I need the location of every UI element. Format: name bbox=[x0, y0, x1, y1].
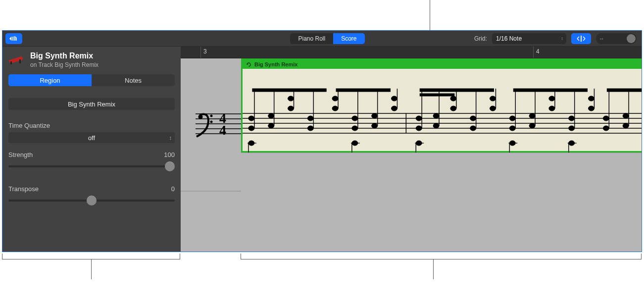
svg-point-20 bbox=[248, 116, 254, 121]
strength-label: Strength bbox=[8, 151, 33, 158]
svg-point-29 bbox=[288, 96, 294, 101]
svg-point-60 bbox=[433, 113, 439, 118]
svg-point-44 bbox=[372, 123, 378, 128]
region-track[interactable]: Big Synth Remix bbox=[241, 58, 642, 252]
time-quantize-value: off bbox=[88, 134, 95, 142]
callout-bracket-score bbox=[241, 254, 642, 273]
tab-score[interactable]: Score bbox=[333, 33, 364, 44]
svg-point-45 bbox=[372, 113, 378, 118]
midi-region[interactable]: Big Synth Remix bbox=[241, 58, 642, 153]
catch-playhead-button[interactable] bbox=[571, 33, 591, 44]
track-subtitle: on Track Big Synth Remix bbox=[30, 61, 99, 68]
bass-clef-icon bbox=[197, 114, 213, 137]
svg-point-9 bbox=[198, 115, 203, 119]
svg-point-94 bbox=[603, 126, 609, 131]
svg-point-84 bbox=[569, 126, 575, 131]
transpose-value: 0 bbox=[171, 185, 175, 193]
empty-track-area bbox=[241, 153, 642, 252]
tab-region[interactable]: Region bbox=[8, 74, 92, 86]
svg-point-79 bbox=[529, 113, 535, 118]
svg-rect-71 bbox=[513, 89, 587, 92]
svg-point-38 bbox=[352, 126, 358, 131]
track-title: Big Synth Remix bbox=[30, 51, 99, 60]
svg-point-65 bbox=[470, 126, 476, 131]
region-header: Big Synth Remix bbox=[243, 60, 642, 69]
svg-point-62 bbox=[450, 106, 456, 111]
callout-bracket-inspector bbox=[2, 254, 180, 273]
inspector-toggle-button[interactable] bbox=[5, 33, 22, 44]
instrument-icon bbox=[6, 51, 25, 65]
svg-point-54 bbox=[416, 116, 422, 121]
transpose-label: Transpose bbox=[8, 185, 39, 193]
svg-rect-3 bbox=[581, 36, 582, 42]
chevron-updown-icon: ↕ bbox=[169, 135, 172, 141]
ruler-mark: 3 bbox=[203, 48, 207, 55]
inspector-panel: Big Synth Remix on Track Big Synth Remix… bbox=[2, 31, 181, 252]
svg-rect-51 bbox=[420, 89, 494, 92]
tab-piano-roll[interactable]: Piano Roll bbox=[290, 33, 333, 44]
grid-value: 1/16 Note bbox=[496, 35, 522, 42]
view-mode-tabs: Piano Roll Score bbox=[290, 33, 364, 44]
svg-point-53 bbox=[416, 126, 422, 131]
svg-point-66 bbox=[470, 116, 476, 121]
music-staff bbox=[243, 69, 642, 153]
strength-value: 100 bbox=[164, 151, 175, 158]
strength-block: Strength 100 bbox=[8, 151, 175, 171]
svg-rect-2 bbox=[19, 59, 21, 63]
svg-point-47 bbox=[392, 106, 397, 111]
grid-select[interactable]: 1/16 Note ↕ bbox=[492, 33, 566, 44]
strength-slider[interactable] bbox=[8, 161, 175, 171]
chevron-updown-icon: ↕ bbox=[561, 36, 563, 41]
link-arrows-icon: ↔ bbox=[599, 36, 604, 42]
svg-rect-93 bbox=[607, 89, 642, 92]
svg-point-81 bbox=[549, 106, 555, 111]
svg-rect-0 bbox=[12, 37, 13, 41]
time-quantize-block: Time Quantize off ↕ bbox=[8, 122, 175, 143]
svg-point-11 bbox=[210, 121, 213, 123]
ruler-mark: 4 bbox=[536, 48, 540, 55]
svg-point-39 bbox=[352, 116, 358, 121]
tab-notes[interactable]: Notes bbox=[92, 74, 175, 86]
callout-line-top bbox=[430, 0, 430, 30]
svg-point-73 bbox=[509, 116, 515, 121]
inspector-tabs: Region Notes bbox=[8, 74, 175, 86]
svg-point-26 bbox=[268, 113, 274, 118]
svg-point-28 bbox=[288, 106, 294, 111]
svg-point-98 bbox=[623, 113, 629, 118]
svg-point-31 bbox=[307, 126, 313, 131]
inspector-toolbar bbox=[2, 31, 181, 47]
svg-point-48 bbox=[392, 96, 397, 101]
svg-point-97 bbox=[623, 123, 629, 128]
svg-point-32 bbox=[307, 116, 313, 121]
svg-point-85 bbox=[569, 116, 575, 121]
track-header: Big Synth Remix on Track Big Synth Remix bbox=[2, 47, 181, 71]
svg-point-59 bbox=[433, 123, 439, 128]
svg-point-63 bbox=[450, 96, 456, 101]
link-toggle[interactable]: ↔ bbox=[596, 33, 637, 44]
svg-point-78 bbox=[529, 123, 535, 128]
editor-toolbar: Piano Roll Score Grid: 1/16 Note ↕ ↔ bbox=[181, 31, 642, 47]
region-name-field[interactable]: Big Synth Remix bbox=[8, 98, 175, 110]
region-title: Big Synth Remix bbox=[254, 61, 297, 67]
svg-rect-18 bbox=[252, 89, 326, 92]
time-quantize-select[interactable]: off ↕ bbox=[8, 132, 175, 143]
time-ruler[interactable]: 3 4 bbox=[181, 47, 642, 58]
time-quantize-label: Time Quantize bbox=[8, 122, 50, 129]
svg-rect-1 bbox=[10, 61, 12, 64]
transpose-slider[interactable] bbox=[8, 196, 175, 205]
svg-point-35 bbox=[332, 106, 338, 111]
svg-point-68 bbox=[490, 106, 496, 111]
svg-point-91 bbox=[589, 96, 594, 101]
svg-rect-34 bbox=[336, 89, 390, 92]
grid-label: Grid: bbox=[474, 35, 487, 42]
score-editor-frame: Big Synth Remix on Track Big Synth Remix… bbox=[2, 30, 642, 252]
loop-icon bbox=[246, 61, 251, 67]
toggle-knob bbox=[627, 34, 636, 43]
svg-point-36 bbox=[332, 96, 338, 101]
svg-point-72 bbox=[509, 126, 515, 131]
clef-gutter: 4 4 bbox=[181, 58, 241, 252]
svg-point-69 bbox=[490, 96, 496, 101]
svg-point-95 bbox=[603, 116, 609, 121]
transpose-block: Transpose 0 bbox=[8, 185, 175, 205]
svg-point-10 bbox=[210, 115, 213, 117]
